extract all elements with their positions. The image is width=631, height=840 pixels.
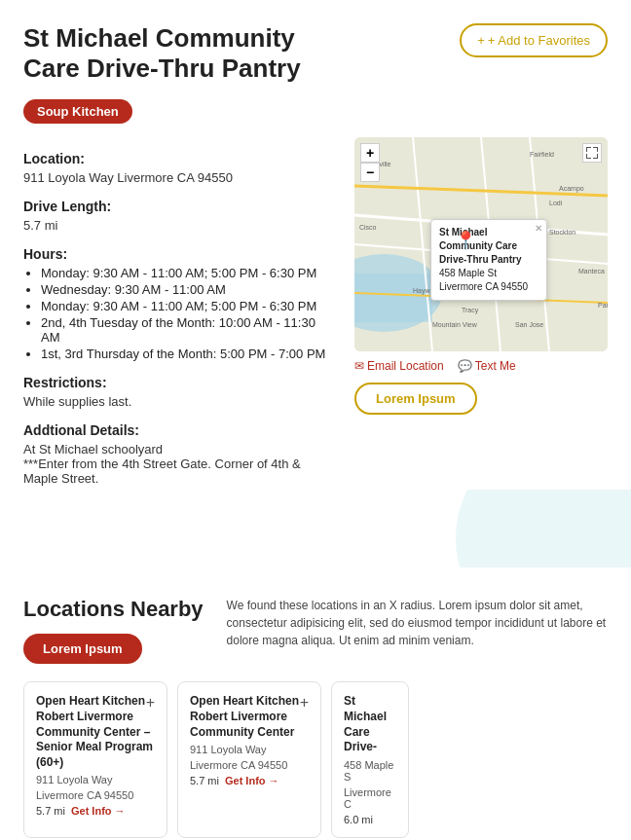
location-cards-row: + Open Heart Kitchen Robert Livermore Co… [23,681,608,837]
svg-text:Stockton: Stockton [549,229,575,236]
locations-header: Locations Nearby Lorem Ipsum We found th… [23,597,608,664]
svg-text:Cisco: Cisco [359,224,377,231]
svg-text:Tracy: Tracy [462,307,479,314]
map-popup-city: Livermore CA 94550 [439,280,538,294]
location-card: + Open Heart Kitchen Robert Livermore Co… [177,681,321,837]
svg-text:Fairfield: Fairfield [530,151,554,158]
card-city: Livermore CA 94550 [36,789,155,801]
location-section: Location: 911 Loyola Way Livermore CA 94… [23,151,337,185]
map-pin: 📍 [455,230,476,251]
map-popup: ✕ St Michael Community Care Drive-Thru P… [430,219,547,301]
svg-text:Acampo: Acampo [559,185,584,193]
svg-text:Lodi: Lodi [549,200,563,206]
chat-icon: 💬 [458,359,472,373]
location-card: + Open Heart Kitchen Robert Livermore Co… [23,681,167,837]
locations-nearby-section: Locations Nearby Lorem Ipsum We found th… [0,567,631,840]
map-zoom-out-button[interactable]: − [360,163,380,182]
svg-text:San Jose: San Jose [515,321,543,328]
hours-list-item: Monday: 9:30 AM - 11:00 AM; 5:00 PM - 6:… [41,266,337,280]
hours-list: Monday: 9:30 AM - 11:00 AM; 5:00 PM - 6:… [23,266,337,361]
card-address: 911 Loyola Way [190,744,309,755]
hours-section: Hours: Monday: 9:30 AM - 11:00 AM; 5:00 … [23,246,337,361]
card-title: St Michael Care Drive- [344,694,396,754]
add-favorites-button[interactable]: + + Add to Favorites [460,23,608,57]
additional-details-value: At St Michael schoolyard***Enter from th… [23,442,337,486]
main-content: Location: 911 Loyola Way Livermore CA 94… [0,137,631,490]
decorative-spacer [0,490,631,567]
locations-desc-text: We found these locations in an X radius.… [227,597,608,649]
drive-length-section: Drive Length: 5.7 mi [23,199,337,233]
page-title: St Michael Community Care Drive-Thru Pan… [23,23,335,84]
lorem-ipsum-button[interactable]: Lorem Ipsum [354,383,477,415]
card-address: 911 Loyola Way [36,774,155,785]
additional-details-section: Addtional Details: At St Michael schooly… [23,422,337,486]
drive-length-value: 5.7 mi [23,218,337,233]
svg-text:Manteca: Manteca [578,268,605,274]
teal-circle-decoration [456,490,631,567]
map-popup-close[interactable]: ✕ [535,222,542,236]
map-expand-button[interactable] [582,143,602,163]
locations-description: We found these locations in an X radius.… [227,597,608,649]
email-location-link[interactable]: ✉ Email Location [354,359,444,373]
location-label: Location: [23,151,337,166]
svg-rect-2 [354,274,432,322]
right-column: Vacaville Fairfield Acampo Lodi Stockton… [354,137,608,490]
restrictions-label: Restrictions: [23,375,337,390]
soup-kitchen-tag: Soup Kitchen [23,99,132,124]
left-column: Location: 911 Loyola Way Livermore CA 94… [23,137,354,490]
map-actions: ✉ Email Location 💬 Text Me [354,359,608,373]
hours-list-item: Wednesday: 9:30 AM - 11:00 AM [41,282,337,297]
email-icon: ✉ [354,359,364,373]
map-popup-title: St Michael Community Care Drive-Thru Pan… [439,226,538,267]
hours-list-item: 1st, 3rd Thursday of the Month: 5:00 PM … [41,347,337,361]
map-zoom-controls[interactable]: + − [360,143,380,182]
card-distance: 5.7 miGet Info → [36,805,155,817]
card-title: Open Heart Kitchen Robert Livermore Comm… [190,694,309,740]
card-city: Livermore CA 94550 [190,759,309,771]
drive-length-label: Drive Length: [23,199,337,214]
locations-title: Locations Nearby [23,597,204,622]
map-zoom-in-button[interactable]: + [360,143,380,163]
map-popup-address: 458 Maple St [439,267,538,280]
plus-icon: + [477,33,485,48]
locations-lorem-button[interactable]: Lorem Ipsum [23,634,142,664]
card-distance: 6.0 mi [344,814,396,825]
get-info-link[interactable]: Get Info → [71,805,126,817]
get-info-link[interactable]: Get Info → [225,775,279,786]
page-header: St Michael Community Care Drive-Thru Pan… [0,0,631,99]
location-card-partial: St Michael Care Drive- 458 Maple S Liver… [331,681,409,837]
card-distance: 5.7 miGet Info → [190,775,309,786]
card-plus-button[interactable]: + [146,694,155,712]
location-value: 911 Loyola Way Livermore CA 94550 [23,170,337,185]
restrictions-value: While supplies last. [23,394,337,409]
card-city: Livermore C [344,786,396,810]
restrictions-section: Restrictions: While supplies last. [23,375,337,409]
card-plus-button[interactable]: + [300,694,309,712]
hours-list-item: 2nd, 4th Tuesday of the Month: 10:00 AM … [41,315,337,345]
additional-details-label: Addtional Details: [23,422,337,438]
locations-left: Locations Nearby Lorem Ipsum [23,597,204,664]
hours-label: Hours: [23,246,337,262]
card-address: 458 Maple S [344,759,396,783]
map-container[interactable]: Vacaville Fairfield Acampo Lodi Stockton… [354,137,608,351]
hours-list-item: Monday: 9:30 AM - 11:00 AM; 5:00 PM - 6:… [41,299,337,313]
svg-text:Mountain View: Mountain View [432,321,478,328]
text-me-link[interactable]: 💬 Text Me [458,359,516,373]
svg-text:Part: Part [598,302,608,309]
card-title: Open Heart Kitchen Robert Livermore Comm… [36,694,155,770]
